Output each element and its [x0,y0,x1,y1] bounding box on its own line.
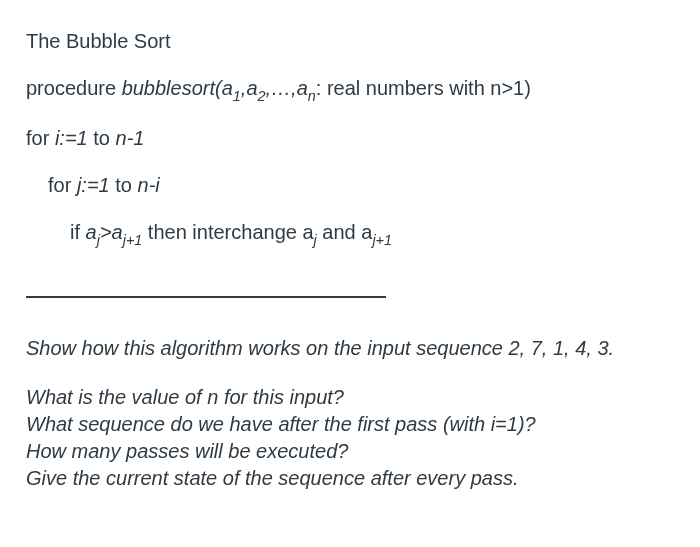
subscript: n [308,88,316,104]
prompt-text: Show how this algorithm works on the inp… [26,335,674,362]
text: to [110,174,138,196]
for-i-line: for i:=1 to n-1 [26,125,674,152]
subscript: j+1 [123,232,143,248]
procedure-line: procedure bubblesort(a1,a2,…,an: real nu… [26,75,674,105]
if-line: if aj>aj+1 then interchange aj and aj+1 [26,219,674,249]
term: aj>aj+1 [86,221,143,243]
procedure-name: bubblesort(a1,a2,…,an [122,77,316,99]
text: if [70,221,86,243]
subscript: j [97,232,100,248]
text: ,a [241,77,258,99]
horizontal-rule [26,270,674,335]
question-1: What is the value of n for this input? [26,384,674,411]
text: a [86,221,97,243]
text: >a [100,221,123,243]
text: to [88,127,116,149]
question-2: What sequence do we have after the first… [26,411,674,438]
text: n-i [138,174,160,196]
question-3: How many passes will be executed? [26,438,674,465]
subscript: j+1 [372,232,392,248]
text: for [48,174,77,196]
text: then interchange a [142,221,313,243]
term: j+1 [372,221,392,243]
subscript: j [314,232,317,248]
questions-block: Show how this algorithm works on the inp… [26,335,674,492]
document-page: The Bubble Sort procedure bubblesort(a1,… [0,0,700,502]
subscript: 2 [258,88,266,104]
text: ,…,a [266,77,308,99]
text: for [26,127,55,149]
text: i:=1 [55,127,88,149]
text: j:=1 [77,174,110,196]
text: : real numbers with n>1) [316,77,531,99]
question-4: Give the current state of the sequence a… [26,465,674,492]
keyword-procedure: procedure [26,77,122,99]
text: bubblesort(a [122,77,233,99]
for-j-line: for j:=1 to n-i [26,172,674,199]
text: n-1 [116,127,145,149]
text: and a [317,221,373,243]
subscript: 1 [233,88,241,104]
procedure-desc: : real numbers with n>1) [316,77,531,99]
page-title: The Bubble Sort [26,28,674,55]
